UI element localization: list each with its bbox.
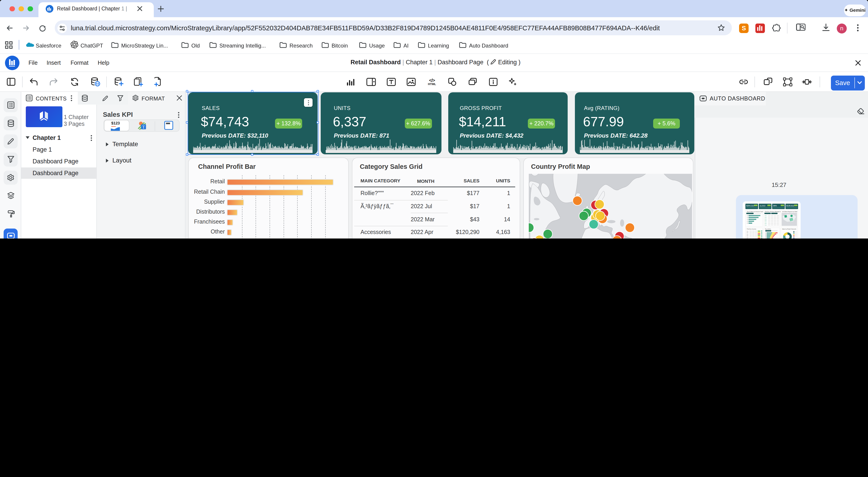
svg-text:Item: Item [765,221,767,222]
svg-text:Ctry: Ctry [746,234,748,235]
svg-text:Item: Item [765,218,767,219]
svg-text:Ctry: Ctry [746,238,748,239]
svg-text:Profit by Country: Profit by Country [747,228,756,230]
svg-text:Item: Item [765,223,767,224]
svg-text:$130,611: $130,611 [786,205,794,207]
svg-text:Item: Item [765,225,767,226]
svg-text:Item: Item [765,217,767,218]
svg-text:Ctry: Ctry [746,232,748,233]
svg-text:Sales by Retail Channels: Sales by Retail Channels [782,228,796,230]
svg-text:Ctry: Ctry [746,235,748,236]
svg-text:$204,313: $204,313 [746,205,754,207]
svg-text:Item: Item [765,215,767,216]
svg-text:Ctry: Ctry [746,236,748,238]
svg-text:36%: 36% [773,205,777,207]
svg-text:Item: Item [765,220,767,221]
svg-text:T: T [142,124,145,129]
svg-text:Ctry: Ctry [746,231,748,232]
svg-text:Top sellers: Top sellers [765,228,771,230]
svg-text:11,013: 11,013 [760,205,765,207]
svg-text:US Sales Regions by State: US Sales Regions by State [782,211,797,212]
